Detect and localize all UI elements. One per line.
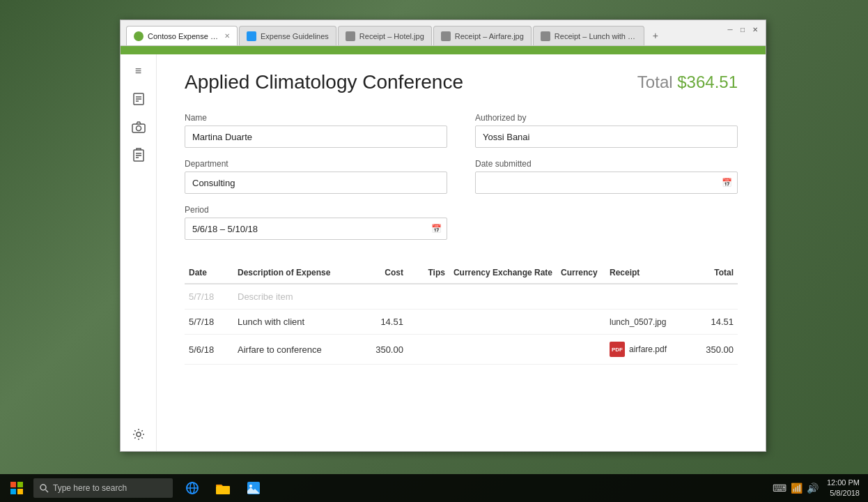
svg-rect-11 — [10, 482, 16, 487]
cell-desc-placeholder[interactable]: Describe item — [233, 284, 359, 310]
page-header: Applied Climatology Conference Total $36… — [185, 71, 738, 93]
taskbar-network-icon: 📶 — [791, 482, 803, 494]
cell-exch-2 — [449, 335, 557, 365]
taskbar-right: ⌨ 📶 🔊 12:00 PM 5/8/2018 — [773, 478, 868, 499]
cell-date-1: 5/7/18 — [185, 310, 233, 335]
period-input[interactable] — [185, 218, 447, 240]
minimize-button[interactable]: ─ — [725, 24, 735, 34]
cell-exch-placeholder — [449, 284, 557, 310]
svg-point-22 — [249, 485, 252, 487]
cell-curr-placeholder — [557, 284, 605, 310]
period-field-group: Period 📅 — [185, 205, 447, 240]
total-display: Total $364.51 — [637, 73, 738, 92]
cell-total-1: 14.51 — [689, 310, 738, 335]
tab-favicon-2 — [247, 31, 256, 41]
taskbar-explorer-icon[interactable] — [209, 474, 237, 502]
taskbar-clock: 12:00 PM 5/8/2018 — [827, 478, 860, 499]
cell-desc-2: Airfare to conference — [233, 335, 359, 365]
svg-rect-14 — [17, 489, 23, 494]
name-label: Name — [185, 113, 447, 123]
date-submitted-label: Date submitted — [475, 159, 738, 169]
department-label: Department — [185, 159, 447, 169]
tab-favicon-4 — [441, 31, 451, 41]
authorized-input[interactable] — [475, 126, 738, 148]
cell-receipt-2[interactable]: PDF airfare.pdf — [605, 335, 689, 365]
sidebar-clipboard-icon[interactable] — [130, 146, 147, 163]
col-header-date: Date — [185, 262, 233, 284]
tab-expense-guidelines[interactable]: Expense Guidelines — [239, 26, 336, 45]
table-header-row: Date Description of Expense Cost Tips Cu… — [185, 262, 738, 284]
tab-contoso-expense[interactable]: Contoso Expense Rep ✕ — [126, 26, 238, 45]
browser-window: Contoso Expense Rep ✕ Expense Guidelines… — [120, 20, 766, 452]
sidebar-menu-icon[interactable]: ≡ — [130, 63, 147, 79]
total-amount: $364.51 — [677, 73, 738, 91]
page-title: Applied Climatology Conference — [185, 71, 463, 93]
col-header-cost: Cost — [359, 262, 408, 284]
tab-receipt-hotel[interactable]: Receipt – Hotel.jpg — [338, 26, 432, 45]
date-submitted-field-group: Date submitted 📅 — [475, 159, 738, 194]
taskbar-ie-icon[interactable] — [178, 474, 206, 502]
cell-cost-2: 350.00 — [359, 335, 408, 365]
svg-rect-20 — [216, 486, 230, 494]
tab-receipt-airfare[interactable]: Receipt – Airfare.jpg — [433, 26, 532, 45]
sidebar-camera-icon[interactable] — [130, 119, 147, 135]
maximize-button[interactable]: □ — [738, 24, 747, 34]
taskbar: Type here to search — [0, 474, 868, 502]
period-wrapper: 📅 — [185, 218, 447, 240]
cell-date-placeholder: 5/7/18 — [185, 284, 233, 310]
cell-total-2: 350.00 — [689, 335, 738, 365]
tab-label-2: Expense Guidelines — [261, 32, 329, 40]
cell-receipt-1[interactable]: lunch_0507.jpg — [605, 310, 689, 335]
date-submitted-input[interactable] — [475, 172, 738, 194]
cell-curr-2 — [557, 335, 605, 365]
cell-cost-1: 14.51 — [359, 310, 408, 335]
col-header-exchange: Currency Exchange Rate — [449, 262, 557, 284]
name-field-group: Name — [185, 113, 447, 148]
receipt-link-2[interactable]: airfare.pdf — [629, 344, 667, 354]
sidebar-settings-icon[interactable] — [130, 426, 147, 443]
desktop: Contoso Expense Rep ✕ Expense Guidelines… — [0, 0, 868, 502]
cell-tips-2 — [408, 335, 449, 365]
expense-form: Name Authorized by Department Date submi… — [185, 113, 738, 240]
name-input[interactable] — [185, 126, 447, 148]
total-label: Total — [637, 73, 673, 91]
cell-tips-1 — [408, 310, 449, 335]
expense-table: Date Description of Expense Cost Tips Cu… — [185, 262, 738, 365]
department-field-group: Department — [185, 159, 447, 194]
taskbar-photos-icon[interactable] — [240, 474, 268, 502]
period-label: Period — [185, 205, 447, 215]
table-row: 5/6/18 Airfare to conference 350.00 PDF … — [185, 335, 738, 365]
department-input[interactable] — [185, 172, 447, 194]
taskbar-date-display: 5/8/2018 — [827, 488, 860, 499]
cell-cost-placeholder — [359, 284, 408, 310]
cell-desc-1: Lunch with client — [233, 310, 359, 335]
table-row-placeholder: 5/7/18 Describe item — [185, 284, 738, 310]
add-tab-button[interactable]: + — [646, 26, 665, 45]
tab-close-1[interactable]: ✕ — [224, 32, 230, 40]
receipt-link-1[interactable]: lunch_0507.jpg — [610, 317, 666, 327]
tab-receipt-lunch[interactable]: Receipt – Lunch with clie — [533, 26, 644, 45]
col-header-receipt: Receipt — [605, 262, 689, 284]
sidebar-reports-icon[interactable] — [130, 91, 147, 107]
date-submitted-wrapper: 📅 — [475, 172, 738, 194]
svg-line-16 — [46, 490, 49, 493]
green-toolbar — [121, 46, 766, 54]
cell-tips-placeholder — [408, 284, 449, 310]
tab-favicon-1 — [134, 31, 144, 41]
taskbar-search-placeholder: Type here to search — [53, 483, 127, 493]
taskbar-volume-icon: 🔊 — [807, 482, 819, 494]
taskbar-search[interactable]: Type here to search — [33, 478, 173, 498]
start-button[interactable] — [0, 474, 33, 502]
receipt-cell-2: PDF airfare.pdf — [610, 342, 685, 357]
taskbar-keyboard-icon: ⌨ — [773, 482, 786, 494]
col-header-currency: Currency — [557, 262, 605, 284]
taskbar-sys-icons: ⌨ 📶 🔊 — [773, 482, 819, 494]
window-controls: ─ □ ✕ — [725, 24, 760, 34]
cell-curr-1 — [557, 310, 605, 335]
close-button[interactable]: ✕ — [750, 24, 760, 34]
app-content: ≡ — [121, 54, 766, 451]
svg-rect-13 — [10, 489, 16, 494]
svg-point-15 — [40, 485, 46, 490]
sidebar: ≡ — [121, 54, 157, 451]
tab-favicon-5 — [541, 31, 550, 41]
